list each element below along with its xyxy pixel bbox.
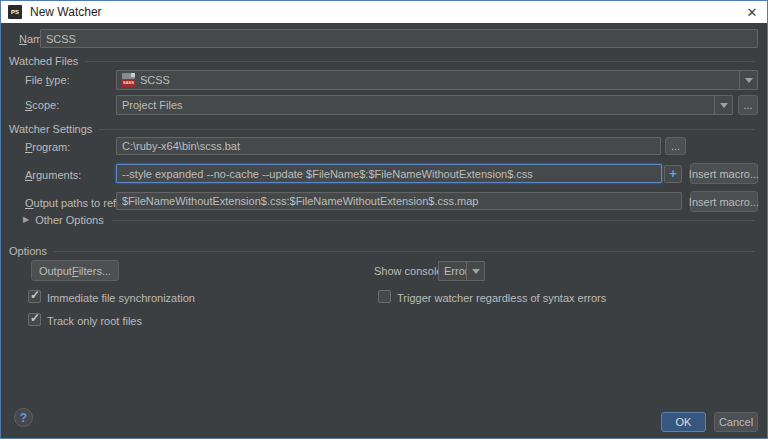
output-filters-button[interactable]: Output Filters...: [31, 260, 119, 281]
new-watcher-dialog: PS New Watcher ✕ Name: Watched Files Fil…: [0, 0, 768, 439]
arguments-label: Arguments:: [25, 168, 81, 182]
track-root-files-checkbox[interactable]: ✓: [28, 313, 41, 326]
watched-files-section-title: Watched Files: [9, 55, 78, 67]
name-input[interactable]: [40, 29, 758, 48]
scope-label: Scope:: [25, 98, 59, 112]
help-button[interactable]: ?: [14, 408, 33, 427]
arguments-insert-macro-button[interactable]: Insert macro...: [690, 163, 758, 184]
dialog-title: New Watcher: [30, 5, 737, 19]
dropdown-arrow-icon: [472, 269, 480, 274]
scss-file-type-icon: SASS: [122, 73, 135, 87]
collapsed-arrow-icon: ▶: [23, 213, 29, 226]
cancel-button[interactable]: Cancel: [714, 412, 758, 432]
watcher-settings-section-title: Watcher Settings: [9, 123, 92, 135]
options-section-title: Options: [9, 245, 47, 257]
immediate-sync-checkbox[interactable]: ✓: [28, 290, 41, 303]
output-paths-input[interactable]: [116, 192, 682, 210]
file-type-dropdown-button[interactable]: [739, 71, 757, 89]
trigger-regardless-label[interactable]: Trigger watcher regardless of syntax err…: [397, 291, 606, 305]
output-paths-insert-macro-button[interactable]: Insert macro...: [690, 191, 758, 212]
check-icon: ✓: [30, 288, 40, 302]
file-type-label: File type:: [25, 73, 70, 87]
immediate-sync-label[interactable]: Immediate file synchronization: [47, 291, 195, 305]
section-divider: [85, 61, 755, 62]
arguments-input[interactable]: [116, 164, 662, 183]
watcher-settings-section-header: Watcher Settings: [9, 122, 755, 135]
trigger-regardless-checkbox[interactable]: ✓: [378, 290, 391, 303]
show-console-combobox[interactable]: Error: [438, 261, 485, 281]
phpstorm-app-icon: PS: [8, 5, 22, 19]
show-console-value: Error: [444, 265, 466, 277]
options-section-header: Options: [9, 244, 755, 257]
dropdown-arrow-icon: [720, 103, 728, 108]
other-options-label: Other Options: [35, 214, 103, 226]
show-console-dropdown-button[interactable]: [466, 262, 484, 280]
section-divider: [112, 220, 755, 221]
show-console-label: Show console:: [374, 264, 446, 278]
program-input[interactable]: [116, 137, 661, 155]
file-type-combobox[interactable]: SASS SCSS: [116, 70, 758, 90]
titlebar: PS New Watcher ✕: [1, 1, 767, 23]
expand-arguments-button[interactable]: +: [664, 165, 682, 183]
watched-files-section-header: Watched Files: [9, 54, 755, 67]
scope-browse-button[interactable]: ...: [738, 95, 758, 115]
help-icon: ?: [20, 411, 27, 425]
file-type-value: SCSS: [140, 74, 170, 86]
program-label: Program:: [25, 140, 70, 154]
scope-combobox[interactable]: Project Files: [116, 95, 733, 115]
section-divider: [54, 251, 755, 252]
program-browse-button[interactable]: ...: [665, 137, 686, 155]
track-root-files-label[interactable]: Track only root files: [47, 314, 142, 328]
dropdown-arrow-icon: [745, 78, 753, 83]
check-icon: ✓: [30, 311, 40, 325]
scope-value: Project Files: [122, 99, 183, 111]
plus-icon: +: [669, 167, 677, 180]
section-divider: [99, 129, 755, 130]
close-icon[interactable]: ✕: [737, 1, 767, 23]
other-options-toggle[interactable]: ▶ Other Options: [23, 213, 755, 226]
scope-dropdown-button[interactable]: [714, 96, 732, 114]
ok-button[interactable]: OK: [661, 412, 706, 432]
